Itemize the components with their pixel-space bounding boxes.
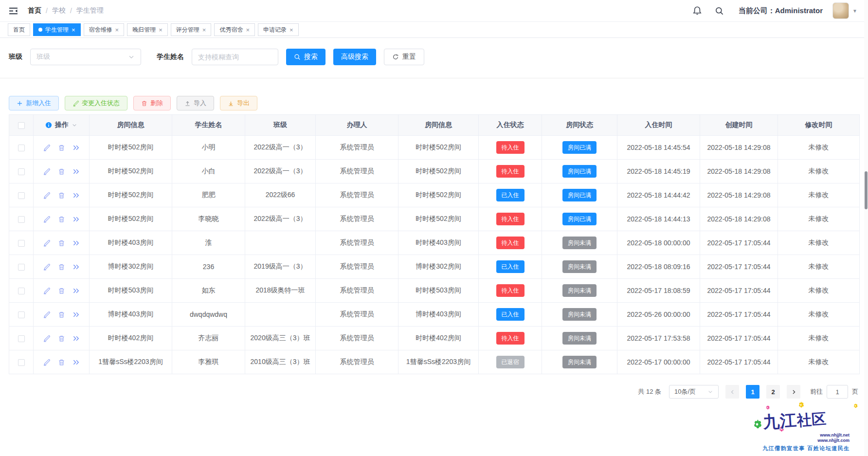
more-actions-icon[interactable]	[72, 144, 80, 151]
delete-icon[interactable]	[58, 168, 65, 175]
chevron-right-icon	[791, 389, 797, 395]
delete-icon[interactable]	[58, 263, 65, 271]
notification-bell-icon[interactable]	[692, 6, 702, 16]
class-select-placeholder: 班级	[36, 53, 50, 61]
tab-scoring[interactable]: 评分管理 ×	[171, 23, 212, 36]
edit-icon[interactable]	[43, 335, 50, 342]
flower-icon	[852, 402, 858, 409]
page-button-2[interactable]: 2	[766, 385, 780, 399]
import-button[interactable]: 导入	[177, 96, 214, 110]
edit-icon[interactable]	[43, 144, 50, 151]
select-all-checkbox[interactable]	[18, 122, 25, 129]
edit-icon[interactable]	[43, 287, 50, 294]
page-size-select[interactable]: 10条/页	[669, 385, 719, 399]
tab-dorm-repair[interactable]: 宿舍维修 ×	[84, 23, 125, 36]
edit-icon[interactable]	[43, 192, 50, 199]
more-actions-icon[interactable]	[72, 287, 80, 294]
global-search-icon[interactable]	[715, 6, 724, 16]
cell-room-info: 1彗馨sSs楼2203房间	[90, 350, 172, 374]
edit-icon[interactable]	[43, 239, 50, 247]
op-header-label: 操作	[55, 121, 69, 129]
stay-status-badge: 待入住	[496, 165, 524, 178]
change-status-button[interactable]: 变更入住状态	[65, 96, 127, 110]
more-actions-icon[interactable]	[72, 335, 80, 342]
cell-class: 2022级高一（3）	[245, 160, 316, 183]
edit-icon[interactable]	[43, 168, 50, 175]
edit-icon[interactable]	[43, 216, 50, 223]
export-button[interactable]: 导出	[220, 96, 257, 110]
cell-student-name: 小明	[172, 136, 245, 160]
close-icon[interactable]: ×	[159, 27, 163, 33]
avatar-caret-icon[interactable]: ▼	[852, 8, 857, 14]
row-checkbox[interactable]	[18, 216, 25, 223]
delete-icon[interactable]	[58, 335, 65, 342]
goto-page-input[interactable]	[827, 385, 848, 399]
row-checkbox[interactable]	[18, 264, 25, 271]
header-handler: 办理人	[316, 115, 398, 136]
edit-icon[interactable]	[43, 359, 50, 366]
cell-created-time: 2022-05-18 14:29:08	[700, 136, 778, 160]
row-checkbox[interactable]	[18, 192, 25, 199]
breadcrumb-section[interactable]: 学校	[52, 6, 66, 15]
more-actions-icon[interactable]	[72, 311, 80, 318]
menu-collapse-icon[interactable]	[9, 7, 18, 15]
table-row: 时时楼402房间 齐志丽 2020级高三（3）班 系统管理员 时时楼402房间 …	[9, 327, 860, 350]
refresh-icon	[392, 54, 399, 60]
delete-icon[interactable]	[58, 192, 65, 199]
more-actions-icon[interactable]	[72, 359, 80, 366]
row-checkbox[interactable]	[18, 335, 25, 342]
delete-icon[interactable]	[58, 287, 65, 294]
cell-modified-time: 未修改	[778, 136, 860, 160]
more-actions-icon[interactable]	[72, 216, 80, 223]
add-checkin-button[interactable]: 新增入住	[9, 96, 59, 110]
close-icon[interactable]: ×	[202, 27, 206, 33]
header-checkin-time: 入住时间	[617, 115, 700, 136]
cell-created-time: 2022-05-17 17:05:44	[700, 327, 778, 350]
more-actions-icon[interactable]	[72, 168, 80, 175]
close-icon[interactable]: ×	[289, 27, 293, 33]
import-label: 导入	[194, 99, 206, 108]
row-checkbox[interactable]	[18, 288, 25, 294]
row-checkbox[interactable]	[18, 311, 25, 318]
delete-icon[interactable]	[58, 359, 65, 366]
close-icon[interactable]: ×	[246, 27, 250, 33]
avatar[interactable]	[832, 2, 849, 19]
tab-student-management[interactable]: 学生管理 ×	[33, 23, 81, 36]
reset-button[interactable]: 重置	[384, 49, 424, 65]
search-button[interactable]: 搜索	[286, 49, 326, 65]
edit-icon[interactable]	[43, 311, 50, 318]
delete-icon[interactable]	[58, 239, 65, 247]
tab-excellent-dorm[interactable]: 优秀宿舍 ×	[214, 23, 255, 36]
class-select[interactable]: 班级	[30, 49, 141, 65]
next-page-button[interactable]	[787, 385, 800, 399]
tab-late-return[interactable]: 晚归管理 ×	[127, 23, 168, 36]
row-checkbox[interactable]	[18, 168, 25, 175]
more-actions-icon[interactable]	[72, 263, 80, 271]
breadcrumb-home[interactable]: 首页	[28, 6, 41, 15]
student-name-input[interactable]	[192, 49, 278, 65]
delete-button[interactable]: 删除	[133, 96, 171, 110]
op-column-header[interactable]: 操作	[45, 121, 77, 129]
change-status-label: 变更入住状态	[82, 99, 120, 108]
edit-icon[interactable]	[43, 263, 50, 271]
page-button-1[interactable]: 1	[746, 385, 760, 399]
close-icon[interactable]: ×	[115, 27, 119, 33]
prev-page-button[interactable]	[725, 385, 739, 399]
tab-application-records[interactable]: 申请记录 ×	[258, 23, 299, 36]
cell-class	[245, 303, 316, 327]
advanced-search-button[interactable]: 高级搜索	[333, 49, 376, 65]
table-row: 时时楼502房间 李晓晓 2022级高一（3） 系统管理员 时时楼502房间 待…	[9, 207, 860, 231]
trash-icon	[141, 100, 147, 107]
delete-icon[interactable]	[58, 311, 65, 318]
tab-home[interactable]: 首页	[8, 23, 30, 36]
row-checkbox[interactable]	[18, 359, 25, 366]
close-icon[interactable]: ×	[72, 27, 75, 33]
row-checkbox[interactable]	[18, 240, 25, 247]
room-status-badge: 房间已满	[562, 213, 597, 225]
scrollbar-thumb[interactable]	[865, 171, 868, 209]
delete-icon[interactable]	[58, 216, 65, 223]
delete-icon[interactable]	[58, 144, 65, 151]
more-actions-icon[interactable]	[72, 239, 80, 247]
more-actions-icon[interactable]	[72, 192, 80, 199]
row-checkbox[interactable]	[18, 145, 25, 151]
